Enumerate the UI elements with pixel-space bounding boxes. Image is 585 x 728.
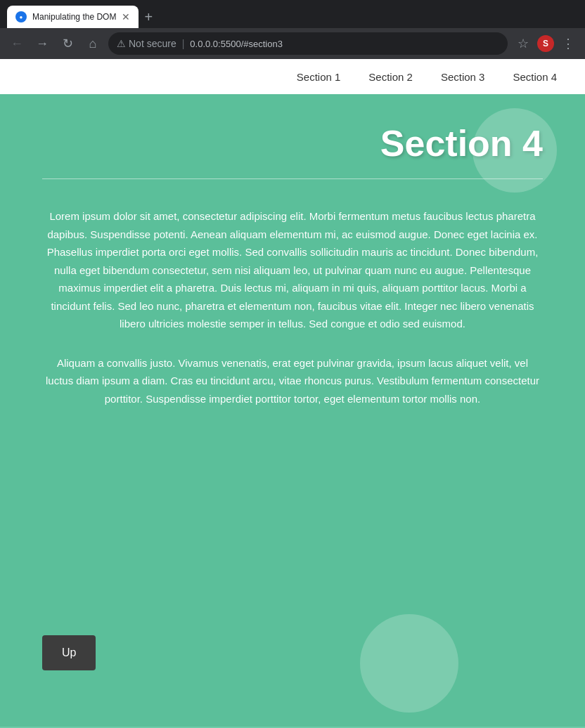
tab-title: Manipulating the DOM	[32, 12, 116, 22]
tab-close-button[interactable]: ✕	[122, 11, 130, 22]
nav-link-section4[interactable]: Section 4	[499, 61, 571, 93]
section-4: Section 4 Lorem ipsum dolor sit amet, co…	[0, 94, 585, 727]
browser-toolbar: ← → ↻ ⌂ ⚠ Not secure | 0.0.0.0:5500/#sec…	[0, 28, 585, 59]
section-4-paragraph1: Lorem ipsum dolor sit amet, consectetur …	[42, 207, 543, 333]
section-4-paragraph2: Aliquam a convallis justo. Vivamus venen…	[42, 354, 543, 408]
bookmark-button[interactable]: ☆	[513, 34, 533, 53]
nav-link-section2[interactable]: Section 2	[354, 61, 427, 93]
warning-icon: ⚠	[117, 38, 126, 49]
address-bar[interactable]: ⚠ Not secure | 0.0.0.0:5500/#section3	[108, 32, 508, 55]
security-text: Not secure	[129, 38, 176, 49]
nav-link-section3[interactable]: Section 3	[427, 61, 499, 93]
forward-button[interactable]: →	[32, 34, 52, 53]
nav-link-section1[interactable]: Section 1	[283, 61, 355, 93]
toolbar-actions: ☆ S ⋮	[513, 34, 578, 53]
section-divider	[42, 178, 543, 179]
page-content: Section 1 Section 2 Section 3 Section 4 …	[0, 59, 585, 728]
svg-text:●: ●	[20, 14, 23, 20]
profile-button[interactable]: S	[537, 35, 554, 52]
new-tab-button[interactable]: +	[144, 9, 153, 25]
back-button[interactable]: ←	[7, 34, 27, 53]
menu-button[interactable]: ⋮	[558, 34, 578, 53]
security-indicator: ⚠ Not secure	[117, 38, 176, 49]
browser-window: ● Manipulating the DOM ✕ + ← → ↻ ⌂ ⚠ Not…	[0, 0, 585, 728]
reload-button[interactable]: ↻	[58, 34, 77, 53]
site-navigation: Section 1 Section 2 Section 3 Section 4	[0, 59, 585, 94]
home-button[interactable]: ⌂	[83, 34, 103, 53]
nav-links: Section 1 Section 2 Section 3 Section 4	[283, 61, 571, 93]
browser-titlebar: ● Manipulating the DOM ✕ +	[0, 0, 585, 28]
url-display: 0.0.0.0:5500/#section3	[190, 39, 499, 49]
tab-favicon: ●	[15, 11, 27, 22]
section-4-title: Section 4	[42, 122, 543, 164]
decorative-circle-bottom	[360, 614, 458, 713]
up-button[interactable]: Up	[42, 635, 96, 670]
address-divider: |	[182, 38, 185, 49]
decorative-circle-top	[472, 108, 557, 193]
browser-tab[interactable]: ● Manipulating the DOM ✕	[7, 6, 139, 28]
